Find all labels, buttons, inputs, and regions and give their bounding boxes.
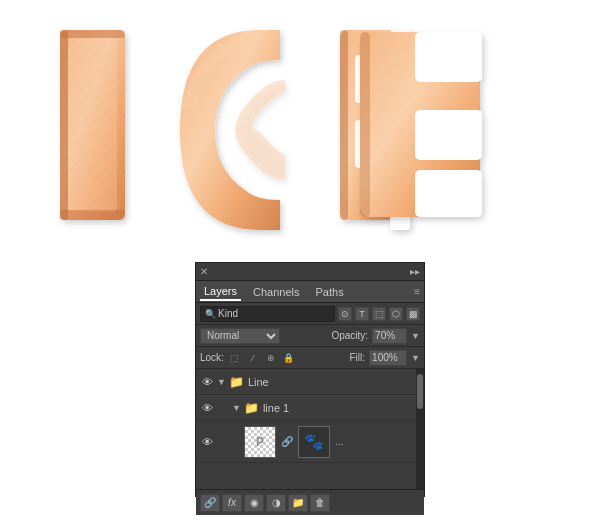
thumb-paw-icon: 🐾 <box>304 432 324 451</box>
layer-expand-line[interactable]: ▼ <box>217 377 226 387</box>
toolbar-folder-button[interactable]: 📁 <box>288 494 308 512</box>
layer-thumb-link[interactable]: 🔗 <box>279 436 295 447</box>
lock-row: Lock: ⬚ ∕ ⊕ 🔒 Fill: ▼ <box>196 347 424 369</box>
layer-name-line: Line <box>248 376 420 388</box>
lock-transparent-icon[interactable]: ⬚ <box>228 351 242 365</box>
layer-expand-line1[interactable]: ▼ <box>232 403 241 413</box>
tab-layers[interactable]: Layers <box>200 283 241 301</box>
svg-rect-15 <box>415 32 482 82</box>
layers-scrollbar[interactable] <box>416 369 424 489</box>
letter-c <box>180 30 285 230</box>
thumb-letter-icon: P <box>256 435 264 449</box>
filter-icon-adj[interactable]: ▩ <box>406 307 420 321</box>
svg-rect-13 <box>390 215 410 230</box>
layer-row-line1[interactable]: 👁 ▼ 📁 line 1 <box>196 395 424 421</box>
opacity-label: Opacity: <box>331 330 368 341</box>
svg-rect-16 <box>415 110 482 160</box>
panel-collapse-button[interactable]: ▸▸ <box>410 266 420 277</box>
toolbar-link-button[interactable]: 🔗 <box>200 494 220 512</box>
toolbar-mask-button[interactable]: ◉ <box>244 494 264 512</box>
filter-icon-shape[interactable]: ⬚ <box>372 307 386 321</box>
tab-channels[interactable]: Channels <box>249 284 303 300</box>
opacity-input[interactable] <box>372 328 407 344</box>
scrollbar-thumb[interactable] <box>417 374 423 409</box>
letter-e-main <box>360 32 482 217</box>
layers-panel: ✕ ▸▸ Layers Channels Paths ≡ 🔍 Kind ⊙ T … <box>195 262 425 497</box>
layer-name-line1: line 1 <box>263 402 420 414</box>
panel-tabs: Layers Channels Paths ≡ <box>196 281 424 303</box>
lock-label: Lock: <box>200 352 224 363</box>
layer-thumb2: 🐾 <box>298 426 330 458</box>
filter-icons: ⊙ T ⬚ ⬡ ▩ <box>338 307 420 321</box>
svg-rect-6 <box>60 210 125 220</box>
search-icon: 🔍 <box>205 309 216 319</box>
tab-paths[interactable]: Paths <box>312 284 348 300</box>
lock-all-icon[interactable]: 🔒 <box>282 351 296 365</box>
filter-icon-smart[interactable]: ⬡ <box>389 307 403 321</box>
toolbar-fx-button[interactable]: fx <box>222 494 242 512</box>
blend-mode-row: Normal Multiply Screen Opacity: ▼ <box>196 325 424 347</box>
filter-kind-label: Kind <box>218 308 238 319</box>
toolbar-adjustment-button[interactable]: ◑ <box>266 494 286 512</box>
lock-move-icon[interactable]: ⊕ <box>264 351 278 365</box>
svg-rect-18 <box>360 32 370 217</box>
layer-eye-line[interactable]: 👁 <box>200 375 214 389</box>
canvas-area <box>0 0 600 260</box>
layer-row-thumb[interactable]: 👁 P 🔗 🐾 ... <box>196 421 424 463</box>
layer-dots: ... <box>335 436 343 447</box>
blend-mode-select[interactable]: Normal Multiply Screen <box>200 328 280 344</box>
panel-menu-icon[interactable]: ≡ <box>414 286 420 297</box>
layer-thumb1: P <box>244 426 276 458</box>
fill-label: Fill: <box>350 352 366 363</box>
letter-i <box>60 30 125 220</box>
panel-toolbar: 🔗 fx ◉ ◑ 📁 🗑 <box>196 489 424 515</box>
layer-eye-line1[interactable]: 👁 <box>200 401 214 415</box>
panel-close-button[interactable]: ✕ <box>200 266 208 277</box>
fill-input[interactable] <box>369 350 407 366</box>
layer-eye-thumb[interactable]: 👁 <box>200 435 214 449</box>
svg-rect-7 <box>60 30 68 220</box>
svg-rect-11 <box>340 30 348 220</box>
svg-rect-4 <box>68 38 117 212</box>
filter-icon-circle[interactable]: ⊙ <box>338 307 352 321</box>
layer-folder-icon-line: 📁 <box>229 374 245 390</box>
lock-brush-icon[interactable]: ∕ <box>246 351 260 365</box>
filter-row: 🔍 Kind ⊙ T ⬚ ⬡ ▩ <box>196 303 424 325</box>
layer-folder-icon-line1: 📁 <box>244 400 260 416</box>
panel-titlebar: ✕ ▸▸ <box>196 263 424 281</box>
svg-rect-17 <box>415 170 482 217</box>
layer-row-line[interactable]: 👁 ▼ 📁 Line <box>196 369 424 395</box>
layers-content: 👁 ▼ 📁 Line 👁 ▼ 📁 line 1 👁 P 🔗 🐾 <box>196 369 424 489</box>
filter-search[interactable]: 🔍 Kind <box>200 306 335 322</box>
fill-arrow[interactable]: ▼ <box>411 353 420 363</box>
svg-rect-5 <box>60 30 125 38</box>
filter-icon-text[interactable]: T <box>355 307 369 321</box>
opacity-arrow[interactable]: ▼ <box>411 331 420 341</box>
toolbar-trash-button[interactable]: 🗑 <box>310 494 330 512</box>
canvas-svg <box>0 0 600 260</box>
